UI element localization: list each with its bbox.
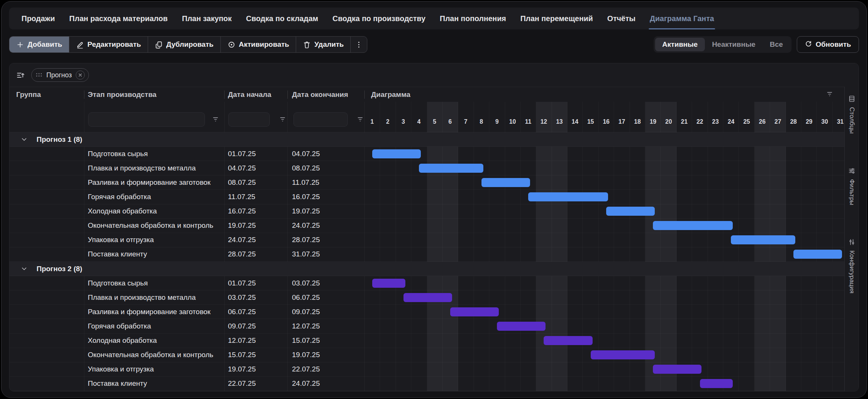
tab-item[interactable]: План перемещений (513, 8, 600, 29)
table-row[interactable]: Горячая обработка11.07.2516.07.25 (9, 190, 844, 204)
segment-option[interactable]: Неактивные (705, 38, 763, 51)
table-row[interactable]: Холодная обработка12.07.2515.07.25 (9, 334, 844, 348)
end-date-cell: 16.07.25 (292, 190, 320, 204)
gantt-bar[interactable] (793, 250, 842, 259)
group-row[interactable]: Прогноз 1 (8) (9, 132, 844, 147)
gantt-bar[interactable] (591, 350, 655, 359)
refresh-button[interactable]: Обновить (797, 36, 859, 53)
table-row[interactable]: Окончательная обработка и контроль15.07.… (9, 348, 844, 362)
table-row[interactable]: Плавка и производство металла03.07.2506.… (9, 290, 844, 305)
start-date-cell: 19.07.25 (228, 219, 256, 233)
дублировать-button[interactable]: Дублировать (148, 37, 221, 52)
gantt-bar[interactable] (700, 379, 733, 388)
удалить-button[interactable]: Удалить (296, 37, 351, 52)
table-row[interactable]: Плавка и производство металла04.07.2508.… (9, 161, 844, 175)
gantt-bar[interactable] (497, 322, 546, 331)
tab-list: ПродажиПлан расхода материаловПлан закуп… (14, 8, 721, 29)
group-by-icon[interactable] (16, 71, 25, 80)
end-date-cell: 08.07.25 (292, 161, 320, 175)
start-date-filter-input[interactable] (228, 112, 270, 127)
group-row[interactable]: Прогноз 2 (8) (9, 262, 844, 276)
row-chart-area (364, 175, 848, 189)
gantt-bar[interactable] (419, 164, 483, 173)
gantt-bar[interactable] (403, 293, 452, 302)
tab-item[interactable]: Отчёты (600, 8, 643, 29)
end-filter-icon[interactable] (357, 116, 364, 125)
chevron-down-icon[interactable] (21, 136, 28, 143)
kebab-icon (355, 41, 363, 49)
gantt-panel: Прогноз Группа Этап производства Дата на… (9, 63, 859, 391)
rail-label: Фильтры (848, 179, 856, 205)
table-row[interactable]: Холодная обработка16.07.2519.07.25 (9, 204, 844, 219)
tab-item[interactable]: Продажи (14, 8, 62, 29)
table-row[interactable]: Подготовка сырья01.07.2503.07.25 (9, 276, 844, 290)
segment-option[interactable]: Активные (655, 38, 705, 51)
gantt-bar[interactable] (606, 207, 655, 216)
tab-item[interactable]: Сводка по производству (326, 8, 433, 29)
toolbar: ДобавитьРедактироватьДублироватьАктивиро… (9, 36, 859, 53)
app-window: ПродажиПлан расхода материаловПлан закуп… (1, 1, 867, 398)
gantt-bar[interactable] (653, 221, 733, 230)
start-date-cell: 28.07.25 (228, 247, 256, 261)
start-date-cell: 01.07.25 (228, 276, 256, 290)
tab-item[interactable]: План расхода материалов (62, 8, 175, 29)
gantt-bar[interactable] (372, 149, 421, 158)
start-date-cell: 15.07.25 (228, 348, 256, 362)
start-date-cell: 12.07.25 (228, 334, 256, 348)
table-row[interactable]: Горячая обработка09.07.2512.07.25 (9, 319, 844, 333)
refresh-label: Обновить (816, 40, 851, 49)
table-row[interactable]: Разливка и формирование заготовок06.07.2… (9, 305, 844, 319)
segment-option[interactable]: Все (763, 38, 790, 51)
filter-chip[interactable]: Прогноз (31, 68, 89, 82)
gantt-bar[interactable] (450, 307, 499, 316)
stage-cell: Поставка клиенту (88, 377, 147, 391)
rail-item-filters[interactable]: Фильтры (848, 167, 856, 205)
table-row[interactable]: Поставка клиенту28.07.2531.07.25 (9, 247, 844, 262)
tab-item[interactable]: Сводка по складам (239, 8, 325, 29)
активировать-button[interactable]: Активировать (221, 37, 296, 52)
end-date-cell: 24.07.25 (292, 219, 320, 233)
col-header-end: Дата окончания (292, 87, 348, 102)
tab-item[interactable]: План закупок (175, 8, 239, 29)
table-row[interactable]: Поставка клиенту22.07.2524.07.25 (9, 377, 844, 391)
chevron-down-icon[interactable] (21, 265, 28, 273)
добавить-button[interactable]: Добавить (9, 37, 69, 52)
group-label: Прогноз 1 (8) (37, 135, 82, 144)
gantt-bar[interactable] (731, 235, 795, 244)
drag-handle-icon[interactable] (36, 73, 43, 77)
end-date-filter-input[interactable] (293, 112, 348, 127)
редактировать-button[interactable]: Редактировать (69, 37, 148, 52)
stage-filter-icon[interactable] (212, 116, 220, 125)
toolbar-button-group: ДобавитьРедактироватьДублироватьАктивиро… (9, 36, 367, 53)
table-row[interactable]: Подготовка сырья01.07.2504.07.25 (9, 147, 844, 161)
table-row[interactable]: Окончательная обработка и контроль19.07.… (9, 219, 844, 233)
table-row[interactable]: Упаковка и отгрузка24.07.2528.07.25 (9, 233, 844, 247)
end-date-cell: 22.07.25 (292, 362, 320, 376)
diagram-filter-icon[interactable] (826, 91, 834, 100)
column-filter-row (9, 102, 844, 132)
activate-icon (228, 41, 235, 49)
gantt-bar[interactable] (528, 192, 608, 201)
tab-item[interactable]: План пополнения (432, 8, 513, 29)
rail-item-columns[interactable]: Столбцы (848, 95, 856, 134)
row-chart-area (364, 219, 848, 233)
more-actions-button[interactable] (351, 37, 367, 52)
gantt-bar[interactable] (481, 178, 530, 187)
gantt-bar[interactable] (653, 365, 701, 374)
tab-active[interactable]: Диаграмма Ганта (643, 8, 721, 29)
remove-chip-icon[interactable] (76, 71, 85, 80)
header-divider (224, 91, 225, 99)
stage-filter-input[interactable] (88, 112, 205, 127)
gantt-bar[interactable] (544, 336, 592, 345)
header-divider (287, 91, 288, 99)
rail-item-config[interactable]: Конфигурация (848, 238, 856, 293)
filter-chip-bar: Прогноз (9, 63, 859, 87)
gantt-bar[interactable] (372, 279, 405, 288)
start-filter-icon[interactable] (279, 116, 287, 125)
group-label: Прогноз 2 (8) (37, 265, 82, 273)
table-row[interactable]: Упаковка и отгрузка19.07.2522.07.25 (9, 362, 844, 377)
stage-cell: Горячая обработка (88, 319, 151, 333)
gantt-rows: Прогноз 1 (8)Подготовка сырья01.07.2504.… (9, 132, 844, 391)
header-divider (84, 91, 84, 99)
table-row[interactable]: Разливка и формирование заготовок08.07.2… (9, 175, 844, 190)
